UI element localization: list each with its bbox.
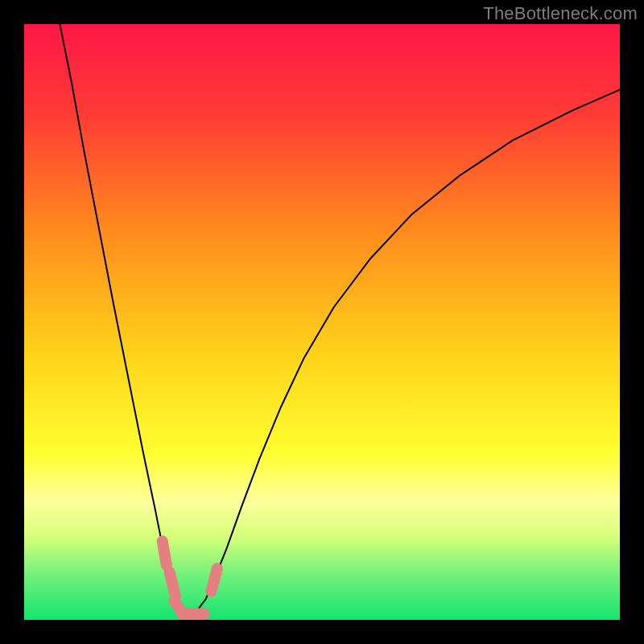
chart-background [24, 24, 620, 620]
marker-segment [211, 568, 217, 591]
chart-frame [24, 24, 620, 620]
watermark-text: TheBottleneck.com [483, 3, 638, 24]
marker-segment [163, 541, 167, 565]
bottleneck-chart [24, 24, 620, 620]
marker-segment [170, 572, 175, 597]
